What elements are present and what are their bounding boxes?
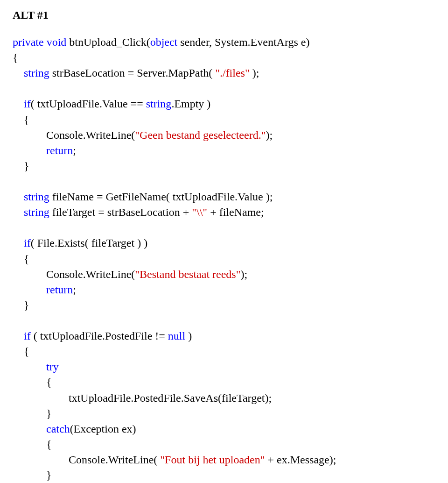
code-text: ( txtUploadFile.Value == xyxy=(31,98,146,110)
code-text: ( txtUploadFile.PostedFile != xyxy=(31,330,168,342)
code-string: "Bestand bestaat reeds" xyxy=(135,268,240,280)
code-keyword: if xyxy=(24,237,31,249)
code-string: "\\" xyxy=(192,206,207,218)
code-keyword: string xyxy=(146,98,172,110)
code-keyword: return xyxy=(46,144,73,156)
code-keyword: if xyxy=(24,330,31,342)
code-string: "./files" xyxy=(215,67,250,79)
code-keyword: string xyxy=(24,191,49,203)
code-keyword: return xyxy=(46,284,73,296)
code-keyword: if xyxy=(24,98,31,110)
code-text: ( File.Exists( fileTarget ) ) { Console.… xyxy=(13,237,147,280)
code-keyword: null xyxy=(168,330,185,342)
code-keyword: catch xyxy=(46,423,70,435)
alt-heading: ALT #1 xyxy=(13,9,435,21)
code-string: "Fout bij het uploaden" xyxy=(160,454,265,466)
code-string: "Geen bestand geselecteerd." xyxy=(135,129,266,141)
code-keyword: object xyxy=(150,36,178,48)
page-frame: ALT #1 private void btnUpload_Click(obje… xyxy=(4,4,444,483)
code-text: btnUpload_Click( xyxy=(66,36,150,48)
code-keyword: try xyxy=(46,361,59,373)
code-keyword: private void xyxy=(13,36,66,48)
code-text: strBaseLocation = Server.MapPath( xyxy=(49,67,215,79)
code-block: private void btnUpload_Click(object send… xyxy=(13,35,435,483)
code-keyword: string xyxy=(24,206,49,218)
code-text: fileTarget = strBaseLocation + xyxy=(49,206,192,218)
code-keyword: string xyxy=(24,67,49,79)
